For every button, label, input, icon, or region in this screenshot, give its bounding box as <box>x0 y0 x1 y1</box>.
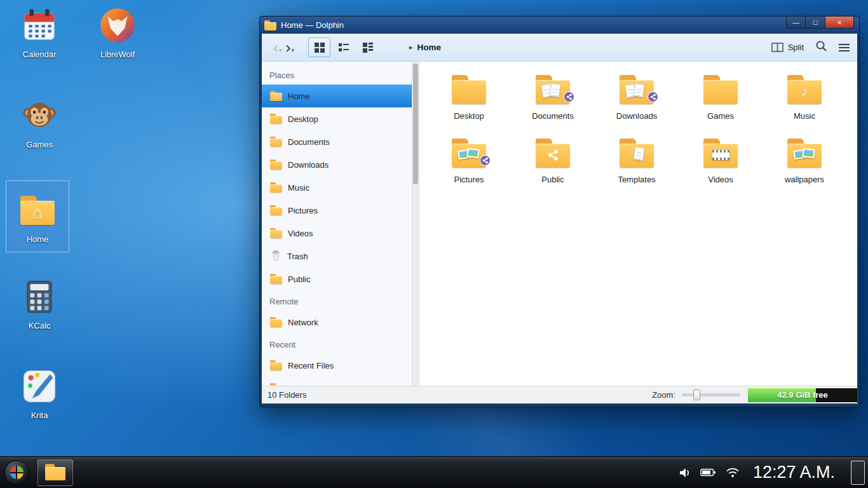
trash-icon <box>270 250 281 263</box>
public-folder-icon <box>534 139 571 168</box>
folder-tile-videos[interactable]: Videos <box>679 139 763 202</box>
zoom-slider-handle[interactable] <box>693 390 700 400</box>
start-orb-icon <box>4 461 29 485</box>
music-folder-icon <box>270 182 282 193</box>
folder-tile-templates[interactable]: Templates <box>595 139 679 202</box>
calculator-icon <box>8 276 71 317</box>
desktop-icon-games[interactable]: Games <box>8 95 71 149</box>
folder-label: Games <box>707 111 734 121</box>
desktop-icon-kcalc[interactable]: KCalc <box>8 276 71 330</box>
taskbar-dolphin-button[interactable] <box>37 459 73 486</box>
battery-icon[interactable] <box>700 468 716 477</box>
sidebar-item-label: Home <box>288 92 310 101</box>
section-title-recent: Recent <box>262 334 419 354</box>
sidebar-item-label: Network <box>288 318 318 327</box>
desktop-icon-librewolf[interactable]: LibreWolf <box>86 5 149 59</box>
folder-tile-documents[interactable]: Documents <box>511 75 595 139</box>
folder-view[interactable]: Desktop Documents <box>419 62 857 386</box>
desktop-icon-label: KCalc <box>8 321 71 330</box>
back-dropdown-icon[interactable]: ▾ <box>279 47 282 53</box>
folder-label: Videos <box>708 175 733 184</box>
home-folder-icon: ⌂ <box>6 190 69 231</box>
sidebar-item-label: Recent Files <box>288 361 334 370</box>
hamburger-menu-button[interactable] <box>839 44 850 51</box>
sidebar-item-home[interactable]: ⌂ Home <box>262 85 419 107</box>
zoom-control: Zoom: <box>652 390 748 400</box>
calendar-icon <box>8 5 71 46</box>
monkey-icon <box>8 95 71 136</box>
krita-icon <box>8 366 71 407</box>
sidebar-item-network[interactable]: Network <box>262 311 419 334</box>
desktop-icon-label: Games <box>8 140 71 149</box>
show-desktop-button[interactable] <box>851 461 865 485</box>
tree-view-icon <box>363 43 373 53</box>
sidebar-item-public[interactable]: Public <box>262 268 419 290</box>
share-emblem-icon <box>564 92 574 102</box>
folder-tile-games[interactable]: Games <box>679 75 763 139</box>
close-button[interactable]: × <box>825 17 854 29</box>
sidebar-item-recent-locations[interactable]: Recent Locations <box>262 377 419 386</box>
folder-tile-downloads[interactable]: Downloads <box>595 75 679 139</box>
folder-icon <box>702 75 739 105</box>
minimize-button[interactable]: — <box>786 17 806 29</box>
public-folder-icon <box>270 274 282 284</box>
desktop-icon-label: LibreWolf <box>86 50 149 59</box>
breadcrumb-arrow-icon: ▸ <box>409 43 413 51</box>
search-button[interactable] <box>815 40 827 55</box>
sidebar-item-recent-files[interactable]: Recent Files <box>262 354 419 377</box>
tree-view-button[interactable] <box>356 37 379 57</box>
desktop-icon-label: Calendar <box>8 50 71 59</box>
details-view-button[interactable] <box>332 37 355 57</box>
sidebar-item-label: Videos <box>288 229 313 238</box>
sidebar-item-desktop[interactable]: Desktop <box>262 107 419 130</box>
taskbar-clock[interactable]: 12:27 A.M. <box>753 463 835 482</box>
titlebar[interactable]: Home — Dolphin — □ × <box>260 17 859 34</box>
templates-folder-icon <box>618 139 655 168</box>
maximize-button[interactable]: □ <box>806 17 825 29</box>
desktop-icon-krita[interactable]: Krita <box>8 366 71 420</box>
sidebar-item-music[interactable]: Music <box>262 176 419 199</box>
sidebar-item-pictures[interactable]: Pictures <box>262 199 419 222</box>
section-title-remote: Remote <box>262 290 419 311</box>
share-emblem-icon <box>480 155 491 166</box>
split-button[interactable]: Split <box>771 43 804 52</box>
volume-icon[interactable] <box>678 466 691 479</box>
sidebar-item-label: Downloads <box>288 160 329 170</box>
statusbar: 10 Folders Zoom: 42.9 GiB free <box>262 386 857 403</box>
search-icon <box>815 40 827 52</box>
sidebar-scrollbar[interactable] <box>412 62 419 386</box>
desktop-icon-home[interactable]: ⌂ Home <box>6 180 69 252</box>
sidebar-item-label: Documents <box>288 137 330 147</box>
folder-label: Desktop <box>454 111 484 121</box>
forward-button[interactable]: › <box>286 40 291 55</box>
breadcrumb-location[interactable]: Home <box>417 43 442 52</box>
folder-tile-public[interactable]: Public <box>511 139 595 202</box>
sidebar-item-videos[interactable]: Videos <box>262 222 419 245</box>
folder-icon <box>451 75 487 105</box>
start-button[interactable] <box>2 458 31 487</box>
window-controls: — □ × <box>786 17 854 29</box>
sidebar-scrollbar-thumb[interactable] <box>413 64 418 184</box>
icons-view-button[interactable] <box>308 37 330 57</box>
desktop-icon-label: Krita <box>8 410 71 420</box>
folder-tile-music[interactable]: ♪ Music <box>763 75 846 139</box>
zoom-slider[interactable] <box>682 393 740 396</box>
dolphin-folder-icon <box>44 464 66 481</box>
wifi-icon[interactable] <box>726 467 740 478</box>
pictures-folder-icon <box>270 205 282 215</box>
icons-view-icon <box>315 43 325 53</box>
recent-locations-icon <box>270 383 282 386</box>
sidebar-item-downloads[interactable]: Downloads <box>262 153 419 176</box>
desktop-icon-calendar[interactable]: Calendar <box>8 5 71 59</box>
videos-folder-icon <box>702 139 739 168</box>
forward-dropdown-icon[interactable]: ▾ <box>292 47 295 53</box>
folder-tile-wallpapers[interactable]: wallpapers <box>763 139 846 202</box>
folder-label: wallpapers <box>785 175 824 184</box>
back-button[interactable]: ‹ <box>273 40 278 55</box>
section-title-places: Places <box>262 64 419 85</box>
folder-tile-pictures[interactable]: Pictures <box>427 139 511 202</box>
sidebar-item-trash[interactable]: Trash <box>262 245 419 268</box>
breadcrumb[interactable]: ▸ Home <box>409 43 441 52</box>
sidebar-item-documents[interactable]: Documents <box>262 130 419 153</box>
folder-tile-desktop[interactable]: Desktop <box>427 75 511 139</box>
